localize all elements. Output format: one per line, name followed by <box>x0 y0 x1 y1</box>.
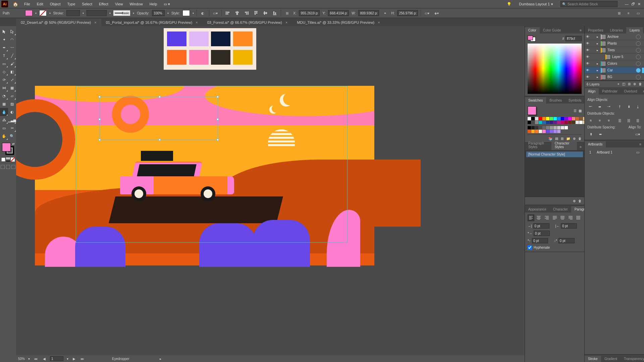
tab-symbols[interactable]: Symbols <box>565 97 585 104</box>
document-tab[interactable]: 02_Desert.ai* @ 50% (RGB/GPU Preview)× <box>16 19 101 26</box>
swatch-item[interactable] <box>528 117 531 120</box>
swatch-item[interactable] <box>557 126 560 129</box>
swatch-item[interactable] <box>576 121 579 124</box>
w-input[interactable] <box>358 10 379 16</box>
tab-paragraph-styles[interactable]: Paragraph Styles <box>525 140 551 150</box>
target-icon[interactable] <box>636 75 641 79</box>
right-indent-input[interactable] <box>561 223 577 229</box>
direct-selection-tool[interactable] <box>8 27 16 36</box>
x-input[interactable] <box>299 10 320 16</box>
swatch-item[interactable] <box>542 117 546 120</box>
tab-character-styles[interactable]: Character Styles <box>551 140 577 150</box>
magic-wand-tool[interactable]: ✦ <box>0 36 8 44</box>
para-align-left-icon[interactable] <box>528 215 534 221</box>
search-help-icon[interactable]: 💡 <box>507 2 512 6</box>
next-artboard-icon[interactable]: ▶ <box>72 357 76 361</box>
swatch-item[interactable] <box>528 126 531 129</box>
tab-transparency[interactable]: Transparency <box>621 356 644 362</box>
artboard-options-icon[interactable]: ▭ <box>636 150 639 154</box>
swatch-item[interactable] <box>553 130 557 133</box>
grid-view-icon[interactable]: ▦ <box>579 109 582 113</box>
target-icon[interactable] <box>636 35 641 39</box>
symbol-sprayer-tool[interactable]: ⁂ <box>0 116 8 124</box>
curvature-tool[interactable]: 〰 <box>8 44 16 52</box>
tab-artboards[interactable]: Artboards <box>585 141 606 147</box>
menu-essentials-icon[interactable]: ▭ ▾ <box>164 2 170 6</box>
layer-row[interactable]: 👁▸Tires <box>585 47 644 54</box>
target-icon[interactable] <box>636 61 641 66</box>
mesh-tool[interactable]: ▦ <box>0 100 8 108</box>
canvas[interactable]: 50% ▾ ⏮ ◀ ▾ ▶ ⏭ Eyedropper ▸ <box>16 26 525 362</box>
align-right-icon[interactable]: ⭲ <box>605 103 612 110</box>
last-artboard-icon[interactable]: ⏭ <box>80 357 85 361</box>
target-icon[interactable] <box>636 55 641 59</box>
swatch-item[interactable] <box>550 130 553 133</box>
menu-file[interactable]: File <box>21 1 34 7</box>
make-clipping-mask-icon[interactable]: ◫ <box>622 82 625 86</box>
rotate-tool[interactable]: ⟳ <box>0 76 8 84</box>
close-icon[interactable]: × <box>196 20 198 24</box>
close-icon[interactable]: × <box>94 20 96 24</box>
workspace-switcher[interactable]: Dumbass Layout 1 ▾ <box>516 1 556 7</box>
swatch-item[interactable] <box>579 117 583 120</box>
opacity-input[interactable] <box>152 10 165 16</box>
fill-swatch[interactable] <box>25 10 33 16</box>
transform-panel-icon[interactable]: ⊞ <box>284 10 290 16</box>
type-tool[interactable]: T <box>0 52 8 60</box>
swatch-item[interactable] <box>531 121 535 124</box>
menu-type[interactable]: Type <box>64 1 79 7</box>
disclosure-icon[interactable]: ▸ <box>597 75 601 79</box>
align-bottom-icon[interactable]: ⭳ <box>634 103 641 110</box>
doc-restore-icon[interactable]: 🗗 <box>631 2 635 6</box>
artboard-tool[interactable]: ▭ <box>0 124 8 132</box>
para-justify-left-icon[interactable] <box>551 215 558 221</box>
dist-top-icon[interactable]: ≡ <box>587 117 594 124</box>
target-icon[interactable] <box>636 48 641 53</box>
h-input[interactable] <box>397 10 418 16</box>
artboard-nav-input[interactable] <box>50 356 63 361</box>
disclosure-icon[interactable]: ▸ <box>597 69 601 72</box>
slice-tool[interactable]: ✂ <box>8 124 16 132</box>
swatch-item[interactable] <box>553 117 557 120</box>
para-justify-right-icon[interactable] <box>567 215 574 221</box>
free-transform-tool[interactable]: ▦ <box>8 84 16 92</box>
swatch-item[interactable] <box>531 130 535 133</box>
swatch-item[interactable] <box>557 121 560 124</box>
hyphenate-checkbox[interactable] <box>528 245 532 250</box>
swatch-item[interactable] <box>568 117 572 120</box>
swatch-item[interactable] <box>531 126 535 129</box>
stroke-weight-dropdown-icon[interactable]: ▾ <box>83 12 84 15</box>
doc-minimize-icon[interactable]: — <box>625 2 629 6</box>
eyedropper-tool[interactable]: 💧 <box>0 108 8 116</box>
new-layer-icon[interactable]: ⊕ <box>633 82 636 86</box>
tab-color[interactable]: Color <box>525 27 540 34</box>
para-justify-all-icon[interactable] <box>575 215 582 221</box>
align-right-icon[interactable] <box>243 10 250 16</box>
swatch-item[interactable] <box>572 121 575 124</box>
layer-row[interactable]: 👁▸Archive <box>585 34 644 40</box>
current-swatch[interactable] <box>528 106 536 115</box>
align-left-icon[interactable] <box>224 10 231 16</box>
dist-vspace-icon[interactable]: ⬍ <box>587 130 595 138</box>
layer-row[interactable]: 👁▸Plants <box>585 40 644 47</box>
target-icon[interactable] <box>636 41 641 46</box>
dist-hcenter-icon[interactable]: ||| <box>625 117 632 124</box>
stroke-profile-input[interactable] <box>87 10 107 16</box>
color-mode-gradient[interactable] <box>6 158 10 162</box>
disclosure-icon[interactable]: ▸ <box>597 49 601 52</box>
dist-left-icon[interactable]: ||| <box>616 117 623 124</box>
visibility-icon[interactable]: 👁 <box>585 48 591 52</box>
locate-object-icon[interactable]: ⌖ <box>618 82 620 86</box>
status-dropdown-icon[interactable]: ▸ <box>160 357 161 361</box>
hex-input[interactable] <box>566 36 582 41</box>
menu-edit[interactable]: Edit <box>34 1 47 7</box>
menu-select[interactable]: Select <box>78 1 96 7</box>
swatch-item[interactable] <box>550 117 553 120</box>
link-wh-icon[interactable]: ⚭ <box>382 10 388 16</box>
rectangle-tool[interactable]: ▭ <box>0 60 8 68</box>
color-proxy-mini[interactable] <box>528 36 536 42</box>
preferences-icon[interactable]: ≡ <box>625 10 632 16</box>
screen-mode-normal[interactable] <box>1 165 5 169</box>
screen-mode-full[interactable] <box>6 165 10 169</box>
swatch-item[interactable] <box>561 117 564 120</box>
